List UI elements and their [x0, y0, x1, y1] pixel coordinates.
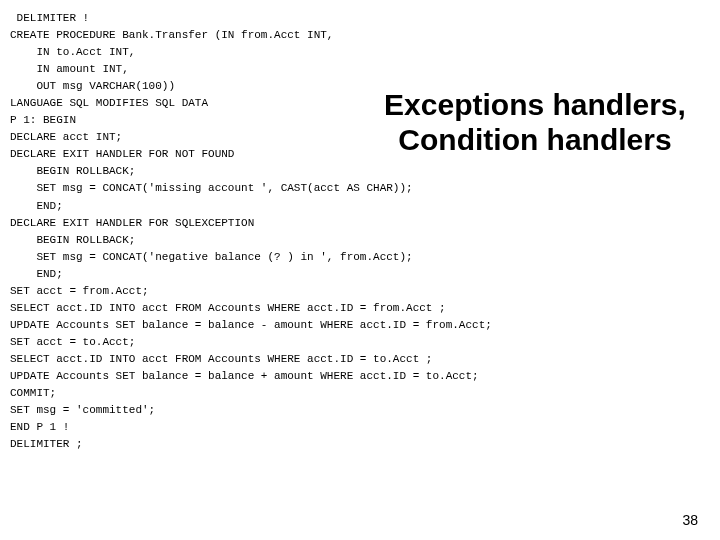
page-number: 38	[682, 512, 698, 528]
slide-title: Exceptions handlers, Condition handlers	[370, 88, 700, 157]
code-block: DELIMITER ! CREATE PROCEDURE Bank.Transf…	[0, 0, 720, 453]
